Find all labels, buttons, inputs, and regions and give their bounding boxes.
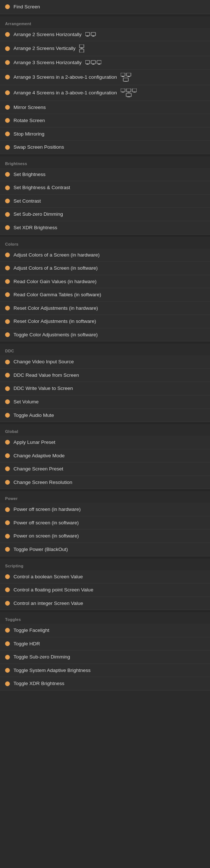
item-label: Toggle Audio Mute — [13, 412, 54, 419]
list-item[interactable]: DDC Write Value to Screen — [0, 382, 210, 395]
item-label: Set Brightness & Contrast — [13, 184, 70, 191]
list-item[interactable]: Change Screen Preset — [0, 462, 210, 476]
item-label: Adjust Colors of a Screen (in hardware) — [13, 252, 100, 258]
item-dot — [5, 118, 10, 123]
item-label: Toggle HDR — [13, 641, 40, 647]
item-label: Read Color Gamma Tables (in software) — [13, 292, 101, 298]
item-label: Swap Screen Positions — [13, 144, 64, 150]
svg-rect-13 — [98, 64, 100, 64]
item-dot — [5, 60, 10, 65]
item-label: Arrange 2 Screens Horizontally — [13, 31, 82, 38]
list-item[interactable]: Power on screen (in software) — [0, 529, 210, 543]
item-label: Toggle System Adaptive Brightness — [13, 667, 91, 674]
section-header-toggles: Toggles — [0, 612, 210, 624]
item-dot — [5, 75, 10, 79]
item-dot — [5, 225, 10, 230]
item-dot — [5, 399, 10, 404]
list-item[interactable]: Set Brightness — [0, 168, 210, 181]
list-item[interactable]: Read Color Gamma Tables (in software) — [0, 288, 210, 302]
list-item[interactable]: Arrange 3 Screens Horizontally — [0, 56, 210, 70]
list-item[interactable]: Adjust Colors of a Screen (in software) — [0, 262, 210, 275]
list-item[interactable]: Arrange 3 Screens in a 2-above-1 configu… — [0, 70, 210, 85]
section-header-global: Global — [0, 424, 210, 436]
item-label: Rotate Screen — [13, 117, 45, 124]
list-item[interactable]: Toggle HDR — [0, 637, 210, 651]
item-dot — [5, 292, 10, 297]
item-dot — [5, 681, 10, 686]
list-item[interactable]: Toggle System Adaptive Brightness — [0, 664, 210, 677]
list-item[interactable]: Set Contrast — [0, 195, 210, 208]
item-label: Power off screen (in hardware) — [13, 506, 81, 513]
item-dot — [5, 453, 10, 458]
list-item[interactable]: Toggle Audio Mute — [0, 409, 210, 422]
list-item[interactable]: Arrange 4 Screens in a 3-above-1 configu… — [0, 85, 210, 101]
list-item[interactable]: Toggle XDR Brightness — [0, 677, 210, 691]
svg-rect-18 — [123, 78, 128, 81]
item-label: Toggle Color Adjustments (in software) — [13, 332, 98, 338]
list-item[interactable]: Reset Color Adjustments (in hardware) — [0, 302, 210, 315]
item-label: Mirror Screens — [13, 104, 46, 111]
item-label: Arrange 3 Screens in a 2-above-1 configu… — [13, 74, 117, 81]
item-dot — [5, 480, 10, 485]
list-item[interactable]: Mirror Screens — [0, 101, 210, 114]
item-dot — [5, 440, 10, 445]
list-item[interactable]: DDC Read Value from Screen — [0, 369, 210, 382]
list-item[interactable]: Power off screen (in hardware) — [0, 503, 210, 516]
list-item[interactable]: Adjust Colors of a Screen (in hardware) — [0, 249, 210, 262]
item-dot — [5, 628, 10, 633]
find-screen-item[interactable]: Find Screen — [0, 0, 210, 14]
item-dot — [5, 413, 10, 418]
item-dot — [5, 4, 10, 9]
list-item[interactable]: Toggle Color Adjustments (in software) — [0, 328, 210, 342]
list-item[interactable]: Set Sub-zero Dimming — [0, 208, 210, 221]
item-label: Toggle Sub-zero Dimming — [13, 654, 70, 660]
svg-rect-25 — [133, 92, 136, 93]
svg-rect-0 — [85, 32, 90, 36]
section-header-power: Power — [0, 491, 210, 503]
item-dot — [5, 641, 10, 646]
list-item[interactable]: Rotate Screen — [0, 114, 210, 128]
list-item[interactable]: Apply Lunar Preset — [0, 436, 210, 449]
section-header-ddc: DDC — [0, 344, 210, 355]
item-dot — [5, 306, 10, 310]
list-item[interactable]: Set Brightness & Contrast — [0, 181, 210, 195]
svg-rect-27 — [127, 97, 130, 97]
list-item[interactable]: Arrange 2 Screens Vertically — [0, 41, 210, 56]
item-dot — [5, 279, 10, 284]
item-label: Change Screen Resolution — [13, 479, 72, 486]
item-label: Arrange 4 Screens in a 3-above-1 configu… — [13, 90, 117, 96]
list-item[interactable]: Control an integer Screen Value — [0, 597, 210, 610]
section-header-scripting: Scripting — [0, 559, 210, 570]
item-label: Control a floating point Screen Value — [13, 587, 93, 593]
list-item[interactable]: Swap Screen Positions — [0, 141, 210, 154]
svg-rect-23 — [128, 92, 130, 93]
section-header-brightness: Brightness — [0, 156, 210, 168]
list-item[interactable]: Control a floating point Screen Value — [0, 583, 210, 597]
item-dot — [5, 32, 10, 37]
list-item[interactable]: Toggle Sub-zero Dimming — [0, 650, 210, 664]
list-item[interactable]: Set XDR Brightness — [0, 221, 210, 235]
find-screen-label: Find Screen — [13, 4, 40, 10]
list-item[interactable]: Power off screen (in software) — [0, 516, 210, 530]
list-item[interactable]: Change Adaptive Mode — [0, 449, 210, 463]
svg-rect-14 — [121, 73, 125, 76]
list-item[interactable]: Stop Mirroring — [0, 128, 210, 141]
item-label: Toggle Power (BlackOut) — [13, 546, 68, 553]
sections-container: ArrangementArrange 2 Screens Horizontall… — [0, 14, 210, 691]
list-item[interactable]: Reset Color Adjustments (in software) — [0, 315, 210, 328]
list-item[interactable]: Read Color Gain Values (in hardware) — [0, 275, 210, 289]
list-item[interactable]: Change Video Input Source — [0, 355, 210, 369]
list-item[interactable]: Toggle Facelight — [0, 624, 210, 637]
item-label: Reset Color Adjustments (in hardware) — [13, 305, 98, 312]
main-list: Find Screen ArrangementArrange 2 Screens… — [0, 0, 210, 691]
list-item[interactable]: Arrange 2 Screens Horizontally — [0, 28, 210, 42]
list-item[interactable]: Change Screen Resolution — [0, 476, 210, 489]
item-dot — [5, 547, 10, 552]
svg-rect-6 — [79, 49, 84, 52]
item-dot — [5, 466, 10, 471]
item-label: Change Screen Preset — [13, 466, 63, 472]
list-item[interactable]: Toggle Power (BlackOut) — [0, 543, 210, 556]
item-dot — [5, 145, 10, 150]
list-item[interactable]: Control a boolean Screen Value — [0, 570, 210, 584]
list-item[interactable]: Set Volume — [0, 395, 210, 409]
